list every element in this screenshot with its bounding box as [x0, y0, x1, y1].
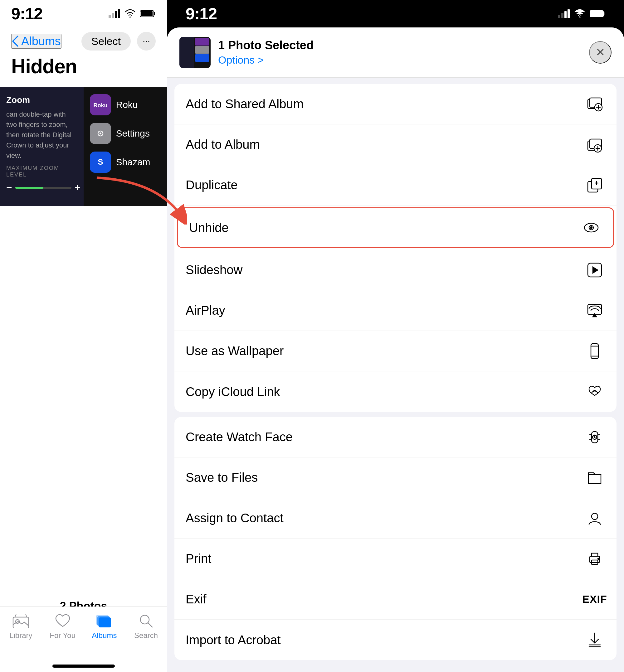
share-sheet: 1 Photo Selected Options > ✕ Add to Shar… [167, 27, 624, 672]
icloud-link-item[interactable]: Copy iCloud Link [175, 371, 617, 412]
print-icon [584, 548, 605, 569]
right-status-bar: 9:12 [167, 0, 624, 27]
right-battery-icon [590, 9, 605, 18]
for-you-tab-label: For You [50, 631, 76, 640]
settings-label: Settings [116, 128, 150, 139]
photo-right: Roku Roku Settings [84, 87, 167, 206]
airplay-item[interactable]: AirPlay [175, 290, 617, 331]
left-nav: Albums Select ··· [0, 27, 167, 55]
left-status-icons [109, 9, 156, 18]
preview-thumbnail [179, 37, 211, 68]
tab-library[interactable]: Library [0, 613, 42, 640]
svg-point-37 [598, 558, 599, 559]
duplicate-label: Duplicate [186, 178, 238, 192]
battery-icon [140, 9, 156, 18]
files-icon [584, 467, 605, 488]
action-group-2: Create Watch Face Save to Files [175, 417, 617, 660]
save-files-label: Save to Files [186, 471, 258, 485]
slideshow-icon [584, 260, 605, 281]
svg-point-6 [100, 133, 101, 134]
left-status-bar: 9:12 [0, 0, 167, 27]
print-item[interactable]: Print [175, 539, 617, 579]
roku-icon: Roku [90, 94, 111, 115]
tab-for-you[interactable]: For You [42, 613, 84, 640]
nav-actions: Select ··· [81, 32, 156, 51]
close-button[interactable]: ✕ [589, 41, 612, 63]
right-signal-icon [558, 9, 570, 18]
more-button[interactable]: ··· [137, 32, 156, 51]
back-button[interactable]: Albums [11, 34, 61, 49]
exif-text-label: EXIF [582, 593, 607, 605]
duplicate-icon [584, 174, 605, 196]
exif-item[interactable]: Exif EXIF [175, 579, 617, 620]
wallpaper-item[interactable]: Use as Wallpaper [175, 331, 617, 371]
signal-icon [109, 9, 120, 18]
zoom-track [15, 187, 72, 189]
zoom-slider: − + [6, 182, 80, 193]
watch-face-label: Create Watch Face [186, 430, 293, 444]
thumb-app-shazam [195, 54, 209, 62]
icloud-link-label: Copy iCloud Link [186, 385, 280, 399]
thumb-left [179, 37, 194, 68]
thumb-app-roku [195, 38, 209, 46]
zoom-title: Zoom [6, 93, 77, 107]
max-zoom-label: MAXIMUM ZOOM LEVEL [6, 165, 80, 178]
left-status-time: 9:12 [11, 4, 43, 23]
tab-search[interactable]: Search [125, 613, 167, 640]
tab-albums[interactable]: Albums [84, 613, 125, 640]
share-header-left: 1 Photo Selected Options > [179, 37, 314, 68]
watch-face-item[interactable]: Create Watch Face [175, 417, 617, 457]
page-title: Hidden [11, 55, 156, 78]
airplay-icon [584, 300, 605, 321]
share-header: 1 Photo Selected Options > ✕ [167, 27, 624, 78]
share-header-info: 1 Photo Selected Options > [218, 39, 314, 66]
search-tab-label: Search [134, 631, 158, 640]
airplay-label: AirPlay [186, 303, 225, 318]
contact-icon [584, 508, 605, 529]
slideshow-label: Slideshow [186, 263, 242, 277]
wallpaper-label: Use as Wallpaper [186, 344, 284, 358]
acrobat-label: Import to Acrobat [186, 633, 281, 647]
photos-selected-title: 1 Photo Selected [218, 39, 314, 52]
action-group-1: Add to Shared Album Add to Album [175, 84, 617, 412]
svg-point-34 [592, 513, 598, 519]
assign-contact-label: Assign to Contact [186, 511, 284, 525]
link-icon [584, 381, 605, 402]
zoom-plus-icon: + [75, 182, 80, 193]
svg-rect-1 [141, 11, 153, 16]
list-item: S Shazam [84, 148, 167, 177]
action-list: Add to Shared Album Add to Album [167, 78, 624, 672]
right-wifi-icon [574, 9, 585, 18]
wallpaper-icon [584, 341, 605, 362]
back-label: Albums [21, 35, 61, 48]
page-title-area: Hidden [0, 55, 167, 78]
save-files-item[interactable]: Save to Files [175, 457, 617, 498]
svg-point-28 [590, 227, 592, 229]
assign-contact-item[interactable]: Assign to Contact [175, 498, 617, 539]
add-shared-album-item[interactable]: Add to Shared Album [175, 84, 617, 125]
svg-text:S: S [98, 157, 103, 166]
unhide-item[interactable]: Unhide [177, 207, 614, 248]
options-link[interactable]: Options > [218, 54, 314, 66]
slideshow-item[interactable]: Slideshow [175, 250, 617, 290]
right-panel: 9:12 [167, 0, 624, 672]
duplicate-item[interactable]: Duplicate [175, 165, 617, 206]
settings-icon [90, 123, 111, 144]
add-shared-album-label: Add to Shared Album [186, 97, 304, 111]
acrobat-item[interactable]: Import to Acrobat [175, 620, 617, 660]
select-button[interactable]: Select [81, 32, 131, 51]
zoom-minus-icon: − [6, 182, 12, 193]
svg-rect-17 [590, 11, 602, 16]
shazam-label: Shazam [116, 157, 150, 167]
exif-icon: EXIF [584, 589, 605, 610]
roku-label: Roku [116, 100, 138, 110]
photo-preview[interactable]: Zoom can double-tap with two fingers to … [0, 87, 167, 206]
add-album-item[interactable]: Add to Album [175, 125, 617, 165]
shazam-icon: S [90, 152, 111, 173]
eye-icon [581, 217, 602, 238]
thumb-app-settings [195, 46, 209, 54]
right-status-time: 9:12 [186, 4, 217, 23]
for-you-tab-icon [53, 613, 72, 629]
svg-text:Roku: Roku [94, 102, 107, 109]
library-tab-icon [11, 613, 30, 629]
